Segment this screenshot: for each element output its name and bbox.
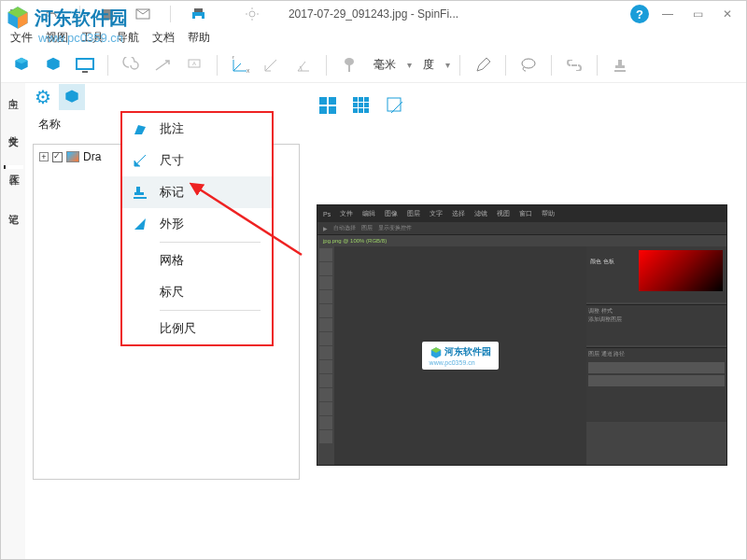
- edit-grid-icon[interactable]: [382, 92, 408, 119]
- svg-rect-22: [353, 103, 358, 107]
- titlebar: 2017-07-29_091243.jpg - SpinFi... ? — ▭ …: [1, 1, 746, 27]
- lasso-icon[interactable]: [515, 52, 542, 78]
- svg-rect-25: [353, 108, 358, 113]
- pin-icon[interactable]: [336, 52, 362, 78]
- open-icon[interactable]: [8, 6, 25, 22]
- tree-item-label: Dra: [83, 150, 101, 163]
- svg-rect-21: [364, 97, 369, 102]
- ps-toolbar: ▶自动选择图层显示变换控件: [317, 222, 726, 235]
- image-icon: [66, 151, 79, 162]
- dd-grid[interactable]: 网格: [122, 245, 272, 276]
- grid9-icon[interactable]: [348, 92, 374, 119]
- menu-tools[interactable]: 工具: [81, 30, 104, 46]
- svg-text:X: X: [247, 68, 250, 74]
- view-dropdown: 批注 尺寸 标记 外形 网格 标尺: [120, 111, 274, 346]
- svg-text:A: A: [192, 61, 196, 66]
- axis-icon[interactable]: YX: [227, 52, 253, 78]
- dimension-icon: [132, 152, 148, 169]
- dd-dimension[interactable]: 尺寸: [122, 145, 272, 176]
- cube-tool-1[interactable]: [8, 52, 35, 78]
- menu-view[interactable]: 视图: [46, 30, 68, 46]
- sidebar-tab-workspace[interactable]: 工作区: [4, 165, 23, 169]
- dd-mark[interactable]: 标记: [122, 176, 272, 208]
- dropdown-arrow-icon[interactable]: ▾: [407, 60, 412, 70]
- svg-rect-3: [195, 16, 202, 21]
- stamp-icon[interactable]: [607, 52, 633, 78]
- svg-rect-2: [194, 8, 203, 12]
- link-icon[interactable]: [561, 52, 587, 78]
- print-icon[interactable]: [190, 6, 206, 22]
- dd-ruler[interactable]: 标尺: [122, 276, 272, 308]
- ps-panels: 颜色 色板 调整 样式添加调整图层 图层 通道 路径: [586, 246, 726, 465]
- dropdown-arrow-icon[interactable]: ▾: [445, 60, 450, 70]
- gear-icon[interactable]: ⚙: [35, 86, 51, 108]
- svg-point-11: [345, 58, 354, 65]
- window-title: 2017-07-29_091243.jpg - SpinFi...: [289, 7, 458, 21]
- svg-rect-17: [319, 106, 327, 114]
- main-toolbar: A YX 毫米 ▾ 度 ▾: [1, 48, 746, 83]
- menu-help[interactable]: 帮助: [188, 30, 210, 46]
- svg-rect-16: [329, 97, 336, 105]
- menu-doc[interactable]: 文档: [152, 30, 175, 46]
- unit-angle[interactable]: 度: [417, 57, 440, 73]
- svg-rect-26: [359, 108, 363, 113]
- dimension-icon[interactable]: A: [181, 52, 207, 78]
- undo-group-icon[interactable]: [44, 6, 61, 22]
- svg-rect-15: [319, 97, 327, 105]
- ps-doc-tab: jpg.png @ 100% (RGB/8): [317, 235, 726, 246]
- shape-icon: [132, 216, 148, 232]
- svg-rect-20: [359, 97, 363, 102]
- cube-selected-icon[interactable]: [59, 84, 85, 110]
- mark-icon: [132, 184, 148, 201]
- menu-nav[interactable]: 导航: [117, 30, 139, 46]
- close-button[interactable]: ✕: [716, 5, 739, 23]
- mail-icon[interactable]: [134, 6, 151, 22]
- ps-canvas: 河东软件园 www.pc0359.cn: [334, 246, 586, 465]
- checkbox-icon[interactable]: [52, 152, 63, 162]
- ps-titlebar: Ps文件编辑图像图层文字选择滤镜视图窗口帮助: [317, 205, 726, 222]
- help-icon[interactable]: ?: [630, 5, 649, 23]
- annotate-icon: [132, 120, 148, 137]
- monitor-icon[interactable]: [72, 52, 98, 78]
- cube-tool-2[interactable]: [40, 52, 66, 78]
- maximize-button[interactable]: ▭: [686, 5, 709, 23]
- dd-scale[interactable]: 比例尺: [122, 313, 272, 344]
- svg-rect-18: [329, 106, 336, 114]
- dd-shape[interactable]: 外形: [122, 208, 272, 240]
- expand-icon[interactable]: +: [39, 152, 49, 161]
- image-preview: Ps文件编辑图像图层文字选择滤镜视图窗口帮助 ▶自动选择图层显示变换控件 jpg…: [317, 204, 727, 466]
- save-icon[interactable]: [99, 6, 116, 22]
- svg-point-4: [249, 11, 255, 17]
- minimize-button[interactable]: —: [656, 5, 679, 23]
- left-panel: ⚙ 名称 + Dra 批注 尺寸 标记: [25, 83, 307, 559]
- svg-rect-23: [359, 103, 363, 107]
- svg-text:Y: Y: [232, 56, 235, 60]
- angle-icon[interactable]: [290, 52, 317, 78]
- svg-rect-28: [388, 98, 401, 111]
- content-area: Ps文件编辑图像图层文字选择滤镜视图窗口帮助 ▶自动选择图层显示变换控件 jpg…: [307, 83, 746, 559]
- vertical-sidebar: 主向 文件夹 工作区 笔记: [1, 83, 25, 559]
- brightness-icon[interactable]: [244, 6, 261, 22]
- preview-watermark: 河东软件园 www.pc0359.cn: [422, 342, 500, 369]
- svg-rect-19: [353, 97, 358, 102]
- svg-rect-12: [348, 64, 350, 72]
- dd-annotate[interactable]: 批注: [122, 113, 272, 145]
- svg-rect-27: [364, 108, 369, 113]
- svg-rect-24: [364, 103, 369, 107]
- ruler-icon[interactable]: [259, 52, 285, 78]
- grid4-icon[interactable]: [315, 92, 341, 119]
- pencil-icon[interactable]: [470, 52, 496, 78]
- svg-rect-6: [78, 60, 92, 68]
- spiral-icon[interactable]: [118, 52, 144, 78]
- menu-file[interactable]: 文件: [10, 30, 33, 46]
- unit-length[interactable]: 毫米: [368, 57, 402, 73]
- svg-point-13: [522, 59, 535, 68]
- menubar: 文件 视图 工具 导航 文档 帮助: [1, 27, 746, 48]
- arrow-icon[interactable]: [149, 52, 176, 78]
- ps-tools: [317, 246, 334, 465]
